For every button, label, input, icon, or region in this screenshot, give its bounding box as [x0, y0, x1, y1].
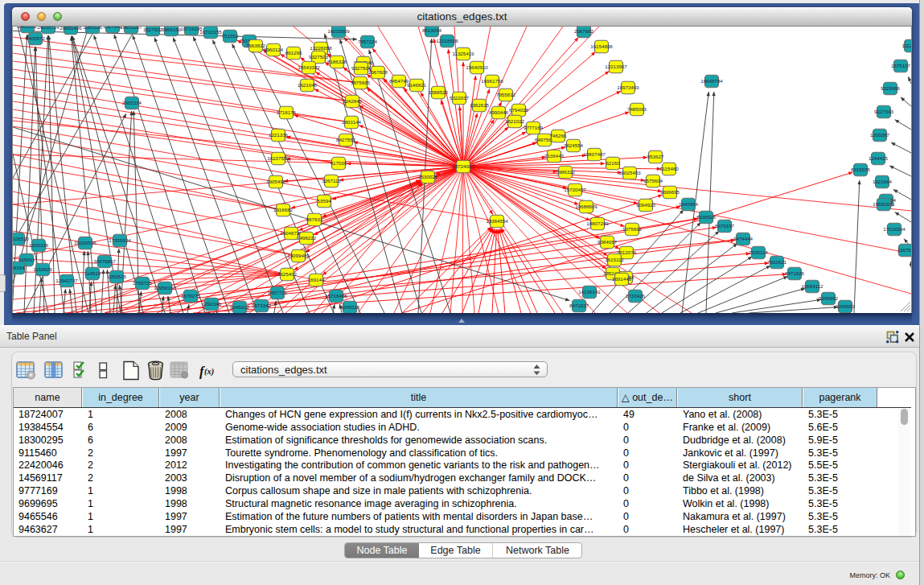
svg-text:12213967: 12213967 — [605, 64, 627, 69]
svg-text:2718176: 2718176 — [277, 109, 297, 115]
svg-text:2935114: 2935114 — [749, 249, 768, 255]
svg-text:9699695: 9699695 — [660, 189, 680, 195]
svg-text:10807487: 10807487 — [583, 151, 606, 157]
svg-text:1244415: 1244415 — [869, 155, 889, 161]
svg-text:9457721: 9457721 — [268, 290, 288, 295]
svg-text:12942737: 12942737 — [55, 278, 78, 283]
svg-text:6966160: 6966160 — [162, 27, 182, 32]
svg-text:114519: 114519 — [84, 270, 101, 276]
svg-text:17016504: 17016504 — [883, 226, 906, 232]
svg-text:7485063: 7485063 — [627, 106, 647, 112]
svg-text:16543382: 16543382 — [298, 64, 320, 70]
svg-text:1588520: 1588520 — [429, 89, 449, 95]
svg-text:3267110: 3267110 — [322, 178, 341, 183]
svg-text:887831: 887831 — [306, 216, 323, 222]
svg-text:751552: 751552 — [222, 33, 239, 39]
svg-text:15716485: 15716485 — [325, 293, 347, 299]
svg-text:53594: 53594 — [317, 198, 331, 204]
svg-text:10973493: 10973493 — [617, 84, 639, 90]
svg-text:3624554: 3624554 — [564, 142, 584, 148]
svg-text:9245012: 9245012 — [230, 304, 250, 310]
svg-text:1678275: 1678275 — [181, 293, 201, 299]
svg-text:1498222: 1498222 — [297, 235, 317, 241]
svg-text:26106510: 26106510 — [13, 236, 29, 241]
svg-text:2087682: 2087682 — [574, 28, 594, 34]
svg-text:14136141: 14136141 — [578, 289, 601, 295]
svg-text:16713155: 16713155 — [199, 29, 222, 35]
svg-text:2530025: 2530025 — [418, 174, 438, 179]
svg-text:1916682: 1916682 — [273, 207, 294, 212]
svg-text:(x): (x) — [204, 367, 214, 377]
svg-text:7857224: 7857224 — [358, 39, 378, 44]
svg-text:9242848: 9242848 — [343, 98, 363, 104]
svg-text:24055724: 24055724 — [37, 27, 60, 30]
svg-text:39154: 39154 — [13, 265, 25, 270]
svg-text:12218506: 12218506 — [436, 38, 458, 43]
svg-text:746266: 746266 — [550, 133, 567, 138]
svg-text:9474444: 9474444 — [733, 236, 754, 241]
svg-text:9227343: 9227343 — [874, 109, 894, 114]
svg-text:16107552: 16107552 — [267, 155, 290, 161]
svg-text:1575107: 1575107 — [891, 63, 911, 68]
svg-text:169144: 169144 — [308, 277, 325, 282]
svg-text:8186328: 8186328 — [327, 59, 347, 64]
svg-text:1112503: 1112503 — [901, 43, 911, 48]
svg-text:2905334: 2905334 — [122, 100, 142, 105]
svg-text:10688609: 10688609 — [575, 204, 598, 209]
svg-text:1905338: 1905338 — [29, 242, 49, 248]
svg-text:1156829: 1156829 — [33, 266, 52, 272]
svg-text:1621046: 1621046 — [298, 82, 318, 88]
svg-text:10653267: 10653267 — [120, 27, 142, 30]
svg-text:7625402: 7625402 — [277, 271, 298, 277]
svg-text:9575604: 9575604 — [643, 178, 663, 183]
svg-text:8938928: 8938928 — [696, 214, 717, 220]
svg-text:19384554: 19384554 — [486, 218, 508, 224]
svg-text:1691448: 1691448 — [612, 276, 632, 282]
svg-text:20691406: 20691406 — [60, 27, 82, 31]
svg-text:8813054: 8813054 — [422, 27, 442, 33]
svg-text:5875685: 5875685 — [351, 80, 371, 85]
svg-text:15720407: 15720407 — [564, 187, 586, 192]
svg-text:17359924: 17359924 — [109, 237, 131, 243]
svg-text:30975867: 30975867 — [93, 258, 116, 264]
svg-text:1615112: 1615112 — [605, 257, 624, 262]
svg-text:18807249: 18807249 — [586, 220, 609, 226]
svg-text:1795725: 1795725 — [133, 280, 153, 286]
svg-text:16648784: 16648784 — [700, 78, 723, 84]
svg-text:1527602: 1527602 — [143, 27, 163, 32]
svg-text:5322037: 5322037 — [450, 95, 470, 101]
svg-text:9084067: 9084067 — [598, 239, 618, 245]
svg-text:10025453: 10025453 — [618, 170, 641, 175]
svg-text:20206536: 20206536 — [74, 240, 97, 245]
svg-text:11325419: 11325419 — [452, 51, 474, 56]
svg-text:13226058: 13226058 — [310, 45, 332, 51]
svg-text:116753: 116753 — [897, 247, 911, 253]
svg-text:1250515: 1250515 — [107, 274, 127, 279]
svg-text:18724007: 18724007 — [452, 163, 474, 169]
svg-text:891295: 891295 — [285, 50, 302, 56]
svg-text:7632621: 7632621 — [767, 259, 787, 265]
svg-text:7955812: 7955812 — [496, 92, 516, 97]
svg-text:8454749: 8454749 — [389, 78, 409, 84]
svg-text:9245013: 9245013 — [340, 304, 360, 310]
svg-text:2405572: 2405572 — [26, 35, 46, 41]
svg-text:8427552: 8427552 — [336, 137, 356, 142]
svg-text:1075692: 1075692 — [622, 226, 643, 232]
svg-text:62160: 62160 — [606, 160, 620, 166]
svg-text:16961758: 16961758 — [481, 78, 503, 84]
svg-text:1621064: 1621064 — [873, 179, 893, 184]
svg-text:10958167: 10958167 — [154, 285, 176, 290]
svg-text:2803144: 2803144 — [342, 119, 362, 125]
svg-text:6794028: 6794028 — [509, 107, 529, 113]
svg-text:1065326: 1065326 — [83, 27, 103, 30]
svg-text:8960124: 8960124 — [264, 47, 284, 52]
svg-text:1209387: 1209387 — [870, 132, 890, 138]
svg-text:9327503: 9327503 — [309, 54, 329, 60]
svg-text:15692971: 15692971 — [873, 201, 895, 207]
svg-text:8215935: 8215935 — [851, 167, 871, 172]
svg-text:1673342: 1673342 — [252, 303, 272, 308]
svg-text:7986322: 7986322 — [556, 169, 576, 175]
svg-text:9329966: 9329966 — [881, 85, 901, 91]
svg-text:9245653: 9245653 — [836, 303, 856, 309]
svg-text:16033809: 16033809 — [327, 28, 350, 34]
